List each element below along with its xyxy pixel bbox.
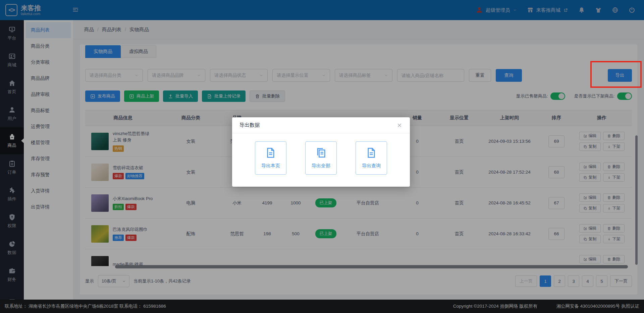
docs-icon <box>315 147 327 159</box>
导出全部-option[interactable]: 导出全部 <box>305 141 337 175</box>
option-label: 导出查询 <box>362 163 381 169</box>
export-modal: 导出数据 导出本页导出全部导出查询 <box>232 117 410 187</box>
close-icon[interactable] <box>396 122 402 128</box>
doc-icon <box>366 147 377 159</box>
modal-body: 导出本页导出全部导出查询 <box>232 133 410 175</box>
modal-header: 导出数据 <box>232 117 410 133</box>
导出本页-option[interactable]: 导出本页 <box>255 141 286 175</box>
导出查询-option[interactable]: 导出查询 <box>356 141 387 175</box>
modal-title: 导出数据 <box>239 122 260 128</box>
option-label: 导出本页 <box>261 163 280 169</box>
doc-icon <box>265 147 276 159</box>
admin-page: <> 来客推 laiketui.com 超级管理员 来客推商城 S <box>0 0 644 313</box>
option-label: 导出全部 <box>312 163 330 169</box>
